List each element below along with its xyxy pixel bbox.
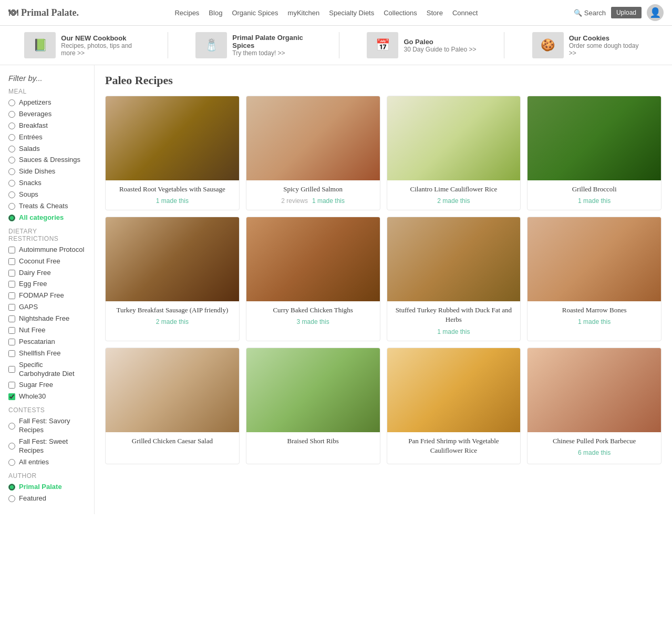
dietary-filter-nightshade-free[interactable]: Nightshade Free xyxy=(8,314,86,323)
recipe-made-this: 6 made this xyxy=(578,449,611,456)
meal-filters: Appetizers Beverages Breakfast Entrées S… xyxy=(8,98,86,222)
dietary-label-gaps: GAPS xyxy=(19,303,38,312)
meal-filter-soups[interactable]: Soups xyxy=(8,190,86,199)
dietary-filter-whole30[interactable]: Whole30 xyxy=(8,392,86,401)
contest-radio-fall-savory[interactable] xyxy=(8,423,15,430)
dietary-filter-coconut-free[interactable]: Coconut Free xyxy=(8,257,86,266)
contest-radio-all-entries[interactable] xyxy=(8,459,15,466)
dietary-checkbox-nut-free[interactable] xyxy=(8,327,15,334)
dietary-checkbox-coconut-free[interactable] xyxy=(8,258,15,265)
recipe-name: Chinese Pulled Pork Barbecue xyxy=(533,436,656,446)
dietary-filter-fodmap-free[interactable]: FODMAP Free xyxy=(8,291,86,300)
recipe-made-this: 1 made this xyxy=(437,328,470,335)
recipe-info: Cilantro Lime Cauliflower Rice 2 made th… xyxy=(387,180,521,210)
recipe-card[interactable]: Spicy Grilled Salmon 2 reviews1 made thi… xyxy=(246,96,380,210)
nav-item-recipes[interactable]: Recipes xyxy=(174,9,199,17)
author-radio-primal-palate[interactable] xyxy=(8,484,15,491)
recipe-card[interactable]: Braised Short Ribs xyxy=(246,348,380,464)
dietary-filter-sugar-free[interactable]: Sugar Free xyxy=(8,381,86,390)
meal-filter-sauces[interactable]: Sauces & Dressings xyxy=(8,156,86,165)
meal-radio-snacks[interactable] xyxy=(8,180,15,187)
author-filter-primal-palate[interactable]: Primal Palate xyxy=(8,483,86,492)
recipe-card[interactable]: Curry Baked Chicken Thighs 3 made this xyxy=(246,217,380,341)
dietary-filter-egg-free[interactable]: Egg Free xyxy=(8,280,86,289)
recipe-card[interactable]: Pan Fried Shrimp with Vegetable Cauliflo… xyxy=(387,348,521,464)
nav-item-mykitchen[interactable]: myKitchen xyxy=(288,9,320,17)
meal-label-soups: Soups xyxy=(19,190,38,199)
contest-filter-fall-savory[interactable]: Fall Fest: Savory Recipes xyxy=(8,417,86,435)
meal-radio-salads[interactable] xyxy=(8,146,15,152)
meal-filter-breakfast[interactable]: Breakfast xyxy=(8,121,86,130)
recipe-card[interactable]: Stuffed Turkey Rubbed with Duck Fat and … xyxy=(387,217,521,341)
meal-radio-beverages[interactable] xyxy=(8,111,15,118)
recipe-card[interactable]: Chinese Pulled Pork Barbecue 6 made this xyxy=(527,348,661,464)
meal-filter-treats[interactable]: Treats & Cheats xyxy=(8,202,86,211)
search-button[interactable]: 🔍 Search xyxy=(574,9,606,17)
recipe-card[interactable]: Turkey Breakfast Sausage (AIP friendly) … xyxy=(105,217,240,341)
nav-item-store[interactable]: Store xyxy=(427,9,443,17)
meal-filter-side-dishes[interactable]: Side Dishes xyxy=(8,167,86,176)
dietary-label-coconut-free: Coconut Free xyxy=(19,257,60,266)
dietary-checkbox-pescatarian[interactable] xyxy=(8,339,15,345)
dietary-checkbox-whole30[interactable] xyxy=(8,393,15,400)
promo-item[interactable]: 📅 Go Paleo 30 Day Guide to Paleo >> xyxy=(367,32,476,58)
nav-item-blog[interactable]: Blog xyxy=(209,9,222,17)
meal-radio-breakfast[interactable] xyxy=(8,123,15,129)
recipe-card[interactable]: Roasted Root Vegetables with Sausage 1 m… xyxy=(105,96,240,210)
search-label: Search xyxy=(584,9,606,17)
meal-radio-treats[interactable] xyxy=(8,203,15,210)
dietary-checkbox-autoimmune[interactable] xyxy=(8,247,15,253)
meal-radio-sauces[interactable] xyxy=(8,157,15,164)
recipe-image xyxy=(246,217,380,301)
author-filter-featured[interactable]: Featured xyxy=(8,494,86,503)
promo-item[interactable]: 📗 Our NEW Cookbook Recipes, photos, tips… xyxy=(24,32,140,58)
contest-filter-fall-sweet[interactable]: Fall Fest: Sweet Recipes xyxy=(8,437,86,455)
meal-label-all-categories: All categories xyxy=(19,213,64,222)
meal-radio-all-categories[interactable] xyxy=(8,215,15,221)
author-radio-featured[interactable] xyxy=(8,495,15,502)
promo-text: Our NEW Cookbook Recipes, photos, tips a… xyxy=(61,34,140,57)
nav-item-collections[interactable]: Collections xyxy=(384,9,417,17)
dietary-filter-dairy-free[interactable]: Dairy Free xyxy=(8,269,86,278)
meal-radio-side-dishes[interactable] xyxy=(8,168,15,175)
dietary-checkbox-gaps[interactable] xyxy=(8,304,15,311)
dietary-checkbox-nightshade-free[interactable] xyxy=(8,315,15,322)
meal-filter-all-categories[interactable]: All categories xyxy=(8,213,86,222)
dietary-filter-nut-free[interactable]: Nut Free xyxy=(8,326,86,335)
meal-filter-appetizers[interactable]: Appetizers xyxy=(8,98,86,107)
meal-filter-salads[interactable]: Salads xyxy=(8,145,86,154)
meal-filter-beverages[interactable]: Beverages xyxy=(8,110,86,119)
nav-item-specialty-diets[interactable]: Specialty Diets xyxy=(329,9,374,17)
dietary-filter-scd[interactable]: Specific Carbohydrate Diet xyxy=(8,361,86,379)
site-logo[interactable]: 🍽 Primal Palate. xyxy=(8,7,79,18)
dietary-checkbox-sugar-free[interactable] xyxy=(8,382,15,389)
dietary-filter-pescatarian[interactable]: Pescatarian xyxy=(8,338,86,346)
dietary-checkbox-scd[interactable] xyxy=(8,366,15,373)
nav-item-connect[interactable]: Connect xyxy=(452,9,478,17)
meal-filter-snacks[interactable]: Snacks xyxy=(8,179,86,188)
meal-filter-entrees[interactable]: Entrées xyxy=(8,133,86,142)
nav-item-organic-spices[interactable]: Organic Spices xyxy=(232,9,278,17)
dietary-checkbox-dairy-free[interactable] xyxy=(8,270,15,277)
dietary-filter-shellfish-free[interactable]: Shellfish Free xyxy=(8,349,86,358)
recipe-card[interactable]: Roasted Marrow Bones 1 made this xyxy=(527,217,661,341)
dietary-checkbox-fodmap-free[interactable] xyxy=(8,292,15,299)
dietary-filter-autoimmune[interactable]: Autoimmune Protocol xyxy=(8,246,86,254)
contest-radio-fall-sweet[interactable] xyxy=(8,443,15,450)
meal-radio-entrees[interactable] xyxy=(8,134,15,141)
meal-radio-soups[interactable] xyxy=(8,191,15,198)
author-filters: Primal Palate Featured xyxy=(8,483,86,503)
contest-filter-all-entries[interactable]: All entries xyxy=(8,458,86,467)
dietary-filter-gaps[interactable]: GAPS xyxy=(8,303,86,312)
promo-item[interactable]: 🍪 Our Cookies Order some dough today >> xyxy=(532,32,648,58)
dietary-checkbox-shellfish-free[interactable] xyxy=(8,350,15,357)
dietary-checkbox-egg-free[interactable] xyxy=(8,281,15,288)
recipe-card[interactable]: Cilantro Lime Cauliflower Rice 2 made th… xyxy=(387,96,521,210)
avatar[interactable]: 👤 xyxy=(647,4,664,21)
recipe-card[interactable]: Grilled Broccoli 1 made this xyxy=(527,96,661,210)
promo-item[interactable]: 🧂 Primal Palate Organic Spices Try them … xyxy=(195,32,311,58)
recipe-meta: 2 reviews1 made this xyxy=(252,197,375,205)
meal-radio-appetizers[interactable] xyxy=(8,99,15,106)
upload-button[interactable]: Upload xyxy=(611,7,642,18)
recipe-card[interactable]: Grilled Chicken Caesar Salad xyxy=(105,348,240,464)
